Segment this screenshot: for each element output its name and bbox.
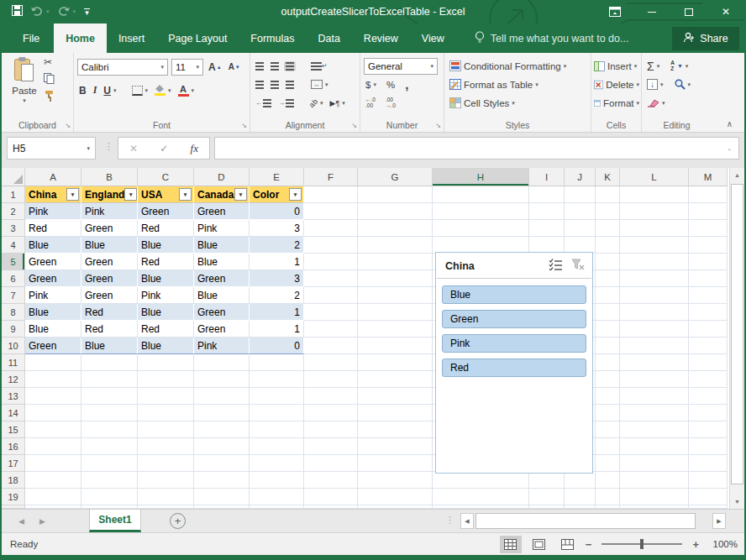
vertical-scrollbar[interactable]: ▲ ▼ [729, 168, 744, 509]
undo-dropdown-icon[interactable]: ▾ [46, 8, 50, 15]
row-header-11[interactable]: 11 [2, 354, 25, 371]
cell-G15[interactable] [358, 421, 433, 438]
cell-E9[interactable]: 1 [250, 321, 304, 338]
text-direction-icon[interactable]: ▶¶▾ [328, 98, 347, 108]
format-painter-icon[interactable] [44, 91, 55, 103]
cell-A19[interactable] [25, 489, 81, 505]
new-sheet-button[interactable]: + [170, 513, 186, 529]
row-header-12[interactable]: 12 [2, 371, 25, 388]
row-header-3[interactable]: 3 [2, 220, 25, 237]
cell-K11[interactable] [596, 354, 620, 371]
cell-C10[interactable]: Blue [138, 338, 194, 354]
cell-G6[interactable] [358, 270, 433, 287]
cell-M8[interactable] [689, 304, 728, 321]
cell-I19[interactable] [529, 489, 565, 505]
column-header-G[interactable]: G [358, 168, 433, 186]
filter-dropdown-icon[interactable]: ▾ [124, 188, 137, 201]
cell-A12[interactable] [25, 371, 81, 388]
cell-C8[interactable]: Blue [138, 304, 194, 321]
cell-C7[interactable]: Pink [138, 287, 194, 304]
close-icon[interactable]: ✕ [707, 0, 744, 24]
cell-B11[interactable] [81, 354, 138, 371]
cell-M3[interactable] [689, 220, 728, 237]
cell-F3[interactable] [304, 220, 358, 237]
cell-D12[interactable] [194, 371, 250, 388]
cell-G18[interactable] [358, 472, 433, 489]
cell-D13[interactable] [194, 388, 250, 405]
column-header-A[interactable]: A [25, 168, 81, 186]
cell-F10[interactable] [304, 338, 358, 354]
cell-G7[interactable] [358, 287, 433, 304]
cell-K13[interactable] [596, 388, 620, 405]
find-select-button[interactable]: ▾ [673, 78, 693, 91]
italic-button[interactable]: I [92, 83, 99, 97]
cell-K8[interactable] [596, 304, 620, 321]
cell-L15[interactable] [620, 421, 689, 438]
row-header-18[interactable]: 18 [2, 472, 25, 489]
zoom-slider[interactable] [602, 543, 682, 545]
cell-L3[interactable] [620, 220, 689, 237]
tell-me-box[interactable]: Tell me what you want to do... [475, 24, 629, 53]
cell-M1[interactable] [689, 186, 728, 203]
cell-D8[interactable]: Green [194, 304, 250, 321]
save-icon[interactable] [12, 4, 23, 19]
cell-J3[interactable] [565, 220, 596, 237]
tab-insert[interactable]: Insert [107, 24, 156, 53]
hscroll-right-icon[interactable]: ▶ [712, 513, 726, 529]
cell-A5[interactable]: Green [25, 254, 81, 270]
cell-A11[interactable] [25, 354, 81, 371]
cell-J4[interactable] [565, 237, 596, 254]
cell-C1[interactable]: USA▾ [138, 186, 194, 203]
cell-D5[interactable]: Blue [194, 254, 250, 270]
cell-L16[interactable] [620, 438, 689, 455]
cell-G14[interactable] [358, 405, 433, 421]
name-box[interactable]: H5▾ [7, 137, 96, 160]
insert-function-icon[interactable]: fx [191, 142, 198, 155]
row-header-16[interactable]: 16 [2, 438, 25, 455]
prev-sheet-icon[interactable]: ◀ [18, 517, 24, 526]
redo-icon[interactable] [58, 4, 70, 19]
conditional-formatting-button[interactable]: Conditional Formatting▾ [448, 60, 568, 72]
cell-D11[interactable] [194, 354, 250, 371]
tab-file[interactable]: File [8, 24, 54, 53]
cell-A2[interactable]: Pink [25, 203, 81, 220]
cell-M7[interactable] [689, 287, 728, 304]
cell-L18[interactable] [620, 472, 689, 489]
slicer-item-blue[interactable]: Blue [442, 285, 586, 304]
clipboard-dialog-launcher-icon[interactable]: ↘ [65, 122, 71, 129]
cell-K1[interactable] [596, 186, 620, 203]
cell-D10[interactable]: Pink [194, 338, 250, 354]
cell-G2[interactable] [358, 203, 433, 220]
cell-B19[interactable] [81, 489, 138, 505]
cell-L12[interactable] [620, 371, 689, 388]
row-header-6[interactable]: 6 [2, 270, 25, 287]
cell-E8[interactable]: 1 [250, 304, 304, 321]
cell-L7[interactable] [620, 287, 689, 304]
cell-B16[interactable] [81, 438, 138, 455]
cell-L17[interactable] [620, 455, 689, 472]
cell-I1[interactable] [529, 186, 565, 203]
percent-style-icon[interactable]: % [385, 79, 397, 91]
filter-dropdown-icon[interactable]: ▾ [289, 188, 302, 201]
cell-F4[interactable] [304, 237, 358, 254]
cell-G16[interactable] [358, 438, 433, 455]
row-header-1[interactable]: 1 [2, 186, 25, 203]
customize-quick-access-icon[interactable]: ▾ [84, 8, 90, 15]
cell-D4[interactable]: Blue [194, 237, 250, 254]
cell-B17[interactable] [81, 455, 138, 472]
cell-J2[interactable] [565, 203, 596, 220]
cell-K15[interactable] [596, 421, 620, 438]
cell-A15[interactable] [25, 421, 81, 438]
cell-L11[interactable] [620, 354, 689, 371]
format-button[interactable]: Format [603, 98, 633, 108]
cell-I18[interactable] [529, 472, 565, 489]
select-all-corner[interactable] [2, 168, 25, 186]
cell-M5[interactable] [689, 254, 728, 270]
paste-button[interactable]: Paste ▾ [7, 56, 42, 112]
cell-M6[interactable] [689, 270, 728, 287]
underline-button[interactable]: U▾ [102, 84, 118, 97]
cell-A6[interactable]: Green [25, 270, 81, 287]
row-header-17[interactable]: 17 [2, 455, 25, 472]
cell-F15[interactable] [304, 421, 358, 438]
align-middle-icon[interactable] [269, 61, 281, 71]
